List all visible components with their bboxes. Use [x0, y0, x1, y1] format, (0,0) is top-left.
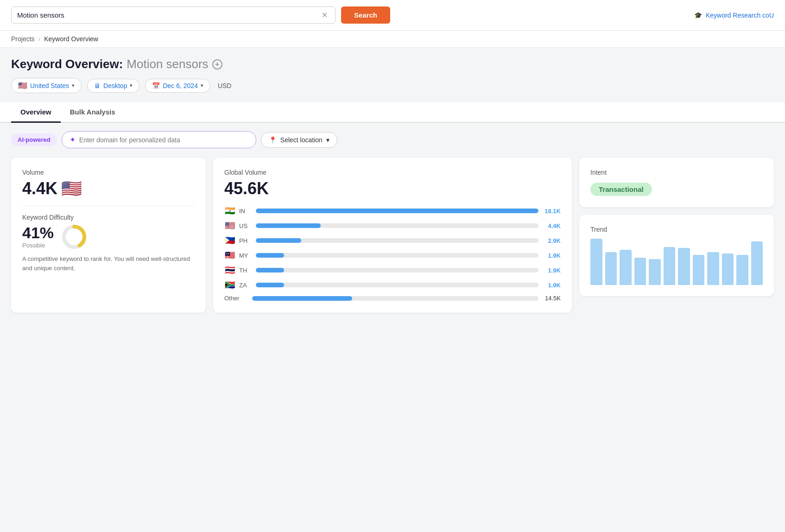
country-flag: 🇹🇭 [224, 265, 235, 275]
keyword-research-tool[interactable]: 🎓 Keyword Research coU [694, 12, 774, 19]
breadcrumb-current: Keyword Overview [44, 35, 98, 43]
desktop-icon: 🖥 [94, 82, 101, 89]
country-flag: 🇿🇦 [224, 280, 235, 290]
breadcrumb-parent[interactable]: Projects [11, 35, 35, 43]
country-code: MY [239, 252, 252, 259]
other-label: Other [224, 295, 248, 302]
kd-donut-chart [61, 224, 87, 250]
search-input-wrap: ✕ [11, 6, 336, 24]
country-bar-fill [256, 209, 538, 213]
trend-bar [751, 241, 763, 285]
breadcrumb: Projects › Keyword Overview [11, 35, 98, 43]
trend-bar [693, 255, 705, 285]
clear-icon[interactable]: ✕ [322, 11, 328, 19]
trend-bar [736, 255, 748, 285]
country-value: 1.9K [542, 282, 561, 289]
main-content: Keyword Overview: Motion sensors + 🇺🇸 Un… [0, 48, 785, 322]
country-bar-bg [256, 268, 538, 272]
country-bar-fill [256, 253, 284, 258]
country-code: PH [239, 237, 252, 244]
country-value: 2.9K [542, 237, 561, 244]
kd-description: A competitive keyword to rank for. You w… [22, 254, 195, 272]
tabs-row: Overview Bulk Analysis [0, 102, 785, 123]
country-bar-bg [256, 283, 538, 287]
global-volume-value: 45.6K [224, 179, 561, 198]
global-volume-label: Global Volume [224, 169, 561, 176]
country-bar-fill [256, 283, 284, 287]
volume-kd-card: Volume 4.4K 🇺🇸 Keyword Difficulty 41% Po… [11, 158, 206, 313]
select-location-chevron-icon: ▾ [326, 136, 329, 144]
location-pin-icon: 📍 [269, 136, 277, 144]
search-button[interactable]: Search [341, 6, 390, 24]
page-title-row: Keyword Overview: Motion sensors + [11, 57, 774, 71]
kd-row: 41% Possible [22, 224, 195, 250]
other-bar-bg [252, 296, 538, 301]
ai-domain-input-wrap: ✦ [62, 131, 256, 148]
volume-value: 4.4K 🇺🇸 [22, 179, 195, 198]
country-bar-fill [256, 238, 301, 243]
country-row: 🇵🇭 PH 2.9K [224, 235, 561, 246]
country-row: 🇺🇸 US 4.4K [224, 221, 561, 231]
country-flag: 🇮🇳 [224, 206, 235, 216]
country-code: ZA [239, 282, 252, 289]
device-chevron-icon: ▾ [130, 82, 133, 89]
tab-bulk-analysis[interactable]: Bulk Analysis [61, 102, 125, 123]
page-title-static: Keyword Overview: [11, 57, 123, 71]
date-label: Dec 6, 2024 [163, 82, 198, 89]
other-row: Other 14.5K [224, 295, 561, 302]
location-chevron-icon: ▾ [72, 82, 75, 89]
country-bar-fill [256, 223, 321, 228]
country-flag: 🇺🇸 [224, 221, 235, 231]
trend-bar [707, 252, 719, 285]
select-location-dropdown[interactable]: 📍 Select location ▾ [261, 132, 337, 148]
device-label: Desktop [103, 82, 127, 89]
trend-bar [634, 258, 646, 285]
breadcrumb-bar: Projects › Keyword Overview [0, 31, 785, 48]
volume-flag: 🇺🇸 [61, 179, 82, 198]
country-value: 1.9K [542, 267, 561, 274]
country-value: 18.1K [542, 208, 561, 215]
keyword-research-label: Keyword Research coU [706, 12, 774, 19]
country-code: IN [239, 208, 252, 215]
location-flag: 🇺🇸 [18, 81, 27, 90]
country-bar-bg [256, 253, 538, 258]
country-value: 1.9K [542, 252, 561, 259]
calendar-icon: 📅 [152, 82, 160, 89]
location-filter[interactable]: 🇺🇸 United States ▾ [11, 78, 82, 93]
breadcrumb-separator: › [38, 35, 41, 43]
device-filter[interactable]: 🖥 Desktop ▾ [87, 79, 139, 93]
graduation-cap-icon: 🎓 [694, 12, 702, 19]
ai-row: AI-powered ✦ 📍 Select location ▾ [11, 131, 774, 148]
intent-label: Intent [590, 169, 763, 176]
trend-bar [678, 248, 690, 285]
country-row: 🇿🇦 ZA 1.9K [224, 280, 561, 290]
ai-domain-input[interactable] [79, 136, 248, 144]
filters-row: 🇺🇸 United States ▾ 🖥 Desktop ▾ 📅 Dec 6, … [11, 78, 774, 93]
location-label: United States [30, 82, 69, 89]
trend-bar [590, 239, 602, 285]
country-rows: 🇮🇳 IN 18.1K 🇺🇸 US 4.4K 🇵🇭 PH 2.9K 🇲🇾 MY [224, 206, 561, 290]
date-chevron-icon: ▾ [201, 82, 203, 89]
kd-percent: 41% [22, 224, 54, 242]
trend-bar [722, 253, 734, 285]
page-title-keyword: Motion sensors [127, 57, 208, 71]
tab-overview[interactable]: Overview [11, 102, 61, 123]
date-filter[interactable]: 📅 Dec 6, 2024 ▾ [145, 79, 210, 93]
trend-bar [605, 252, 617, 285]
kd-label: Keyword Difficulty [22, 214, 195, 221]
right-column: Intent Transactional Trend [579, 158, 774, 313]
trend-card: Trend [579, 215, 774, 296]
other-value: 14.5K [542, 295, 561, 302]
intent-value: Transactional [590, 183, 652, 196]
country-bar-bg [256, 223, 538, 228]
search-input[interactable] [17, 11, 322, 19]
card-divider [22, 206, 195, 206]
global-volume-card: Global Volume 45.6K 🇮🇳 IN 18.1K 🇺🇸 US 4.… [213, 158, 572, 313]
trend-bar [664, 247, 676, 285]
country-bar-bg [256, 238, 538, 243]
trend-chart [590, 239, 763, 285]
trend-label: Trend [590, 226, 763, 233]
country-flag: 🇵🇭 [224, 235, 235, 246]
country-row: 🇮🇳 IN 18.1K [224, 206, 561, 216]
add-keyword-icon[interactable]: + [212, 59, 222, 70]
